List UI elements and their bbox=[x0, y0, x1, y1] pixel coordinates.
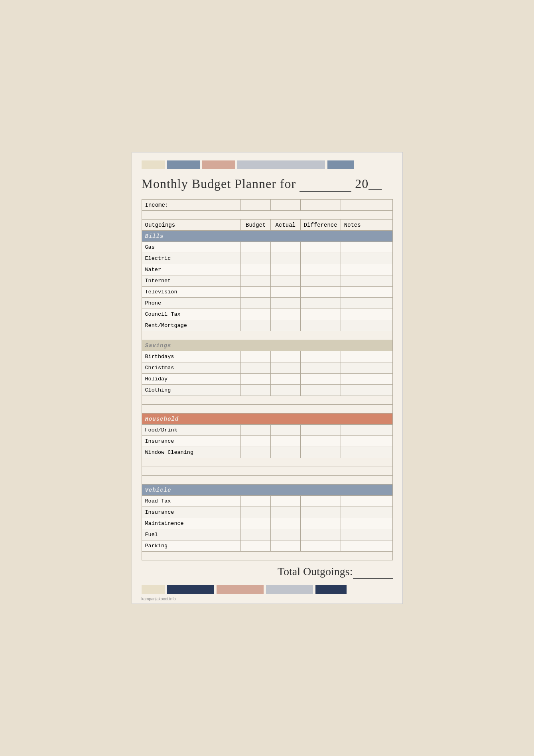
bottom-bar-4 bbox=[266, 585, 313, 594]
top-decoration-bars bbox=[142, 160, 393, 169]
page-title: Monthly Budget Planner for 20__ bbox=[142, 176, 393, 192]
item-television: Television bbox=[142, 287, 241, 298]
income-row: Income: bbox=[142, 200, 392, 211]
budget-planner-page: Monthly Budget Planner for 20__ Income: … bbox=[132, 152, 403, 604]
item-electric: Electric bbox=[142, 253, 241, 264]
total-value-line bbox=[353, 565, 393, 579]
row-rent-mortgage: Rent/Mortgage bbox=[142, 320, 392, 331]
row-clothing: Clothing bbox=[142, 385, 392, 396]
bottom-bar-3 bbox=[217, 585, 264, 594]
item-gas: Gas bbox=[142, 242, 241, 253]
blank-row-1 bbox=[142, 211, 392, 220]
row-insurance-household: Insurance bbox=[142, 436, 392, 447]
category-household: Household bbox=[142, 414, 392, 425]
total-label: Total Outgoings: bbox=[278, 565, 353, 579]
row-insurance-vehicle: Insurance bbox=[142, 507, 392, 518]
row-road-tax: Road Tax bbox=[142, 496, 392, 507]
blank-row-3 bbox=[142, 396, 392, 405]
row-maintainence: Maintainence bbox=[142, 518, 392, 529]
title-year: 20 bbox=[355, 176, 368, 191]
row-internet: Internet bbox=[142, 275, 392, 287]
blank-row-6 bbox=[142, 467, 392, 476]
top-bar-5 bbox=[327, 160, 354, 169]
item-road-tax: Road Tax bbox=[142, 496, 241, 507]
row-food-drink: Food/Drink bbox=[142, 425, 392, 436]
blank-row-7 bbox=[142, 476, 392, 485]
col-budget: Budget bbox=[241, 220, 271, 231]
income-actual bbox=[271, 200, 301, 211]
item-christmas: Christmas bbox=[142, 362, 241, 374]
row-christmas: Christmas bbox=[142, 362, 392, 374]
row-phone: Phone bbox=[142, 298, 392, 309]
col-outgoings: Outgoings bbox=[142, 220, 241, 231]
item-phone: Phone bbox=[142, 298, 241, 309]
top-bar-2 bbox=[167, 160, 200, 169]
row-electric: Electric bbox=[142, 253, 392, 264]
title-name-line bbox=[300, 176, 351, 192]
col-actual: Actual bbox=[271, 220, 301, 231]
top-bar-3 bbox=[202, 160, 235, 169]
household-label: Household bbox=[142, 414, 392, 425]
row-council-tax: Council Tax bbox=[142, 309, 392, 320]
category-savings: Savings bbox=[142, 340, 392, 351]
blank-row-8 bbox=[142, 552, 392, 560]
bottom-bar-1 bbox=[142, 585, 165, 594]
item-maintainence: Maintainence bbox=[142, 518, 241, 529]
income-budget bbox=[241, 200, 271, 211]
budget-table: Income: Outgoings Budget Actual Differen… bbox=[142, 199, 393, 560]
item-parking: Parking bbox=[142, 540, 241, 552]
item-water: Water bbox=[142, 264, 241, 275]
total-section: Total Outgoings: bbox=[142, 565, 393, 579]
item-rent-mortgage: Rent/Mortgage bbox=[142, 320, 241, 331]
category-bills: Bills bbox=[142, 231, 392, 242]
top-bar-4 bbox=[237, 160, 325, 169]
item-clothing: Clothing bbox=[142, 385, 241, 396]
item-fuel: Fuel bbox=[142, 529, 241, 540]
blank-row-5 bbox=[142, 458, 392, 467]
blank-row-2 bbox=[142, 331, 392, 340]
col-difference: Difference bbox=[300, 220, 341, 231]
row-television: Television bbox=[142, 287, 392, 298]
row-holiday: Holiday bbox=[142, 374, 392, 385]
row-window-cleaning: Window Cleaning bbox=[142, 447, 392, 458]
item-insurance-household: Insurance bbox=[142, 436, 241, 447]
row-fuel: Fuel bbox=[142, 529, 392, 540]
bills-label: Bills bbox=[142, 231, 392, 242]
item-window-cleaning: Window Cleaning bbox=[142, 447, 241, 458]
item-council-tax: Council Tax bbox=[142, 309, 241, 320]
bottom-bar-5 bbox=[315, 585, 347, 594]
category-vehicle: Vehicle bbox=[142, 485, 392, 496]
item-holiday: Holiday bbox=[142, 374, 241, 385]
row-water: Water bbox=[142, 264, 392, 275]
footer-text: kampanjakoodi.info bbox=[142, 597, 176, 601]
item-insurance-vehicle: Insurance bbox=[142, 507, 241, 518]
blank-row-4 bbox=[142, 405, 392, 414]
row-birthdays: Birthdays bbox=[142, 351, 392, 362]
vehicle-label: Vehicle bbox=[142, 485, 392, 496]
title-text: Monthly Budget Planner for bbox=[142, 176, 296, 191]
bottom-bar-2 bbox=[167, 585, 214, 594]
table-header-row: Outgoings Budget Actual Difference Notes bbox=[142, 220, 392, 231]
item-internet: Internet bbox=[142, 275, 241, 287]
item-food-drink: Food/Drink bbox=[142, 425, 241, 436]
title-year-line: __ bbox=[368, 176, 382, 191]
income-notes bbox=[341, 200, 392, 211]
income-diff bbox=[300, 200, 341, 211]
col-notes: Notes bbox=[341, 220, 392, 231]
row-parking: Parking bbox=[142, 540, 392, 552]
row-gas: Gas bbox=[142, 242, 392, 253]
bottom-decoration-bars bbox=[142, 585, 393, 594]
savings-label: Savings bbox=[142, 340, 392, 351]
income-label: Income: bbox=[142, 200, 241, 211]
top-bar-1 bbox=[142, 160, 165, 169]
item-birthdays: Birthdays bbox=[142, 351, 241, 362]
